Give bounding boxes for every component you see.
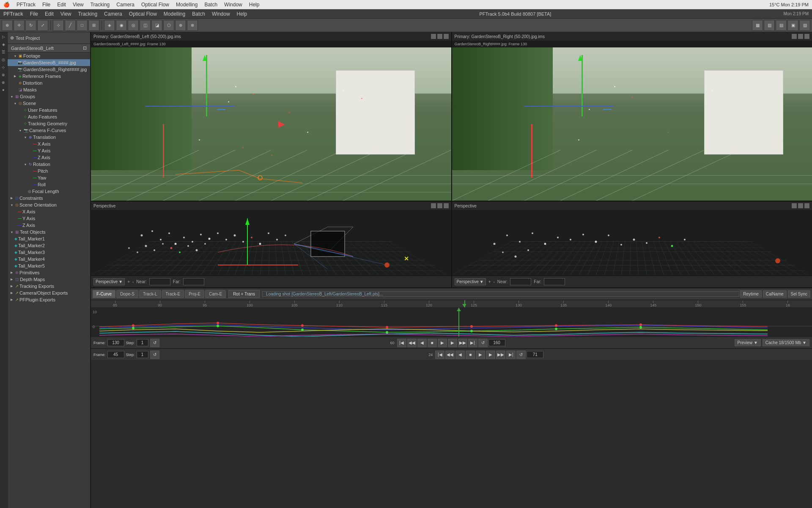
- sidebar-icon-7[interactable]: ⊗: [0, 80, 6, 86]
- sidebar-icon-8[interactable]: ✦: [0, 87, 6, 93]
- tree-item-z-axis[interactable]: — Z Axis: [8, 154, 90, 161]
- step-input-1[interactable]: [137, 339, 148, 346]
- tool-h[interactable]: ⊗: [187, 20, 198, 31]
- view-layout-4[interactable]: ▣: [787, 20, 798, 31]
- tree-item-primitives[interactable]: ⊕ Primitives: [8, 269, 90, 276]
- tool-f[interactable]: ⬡: [163, 20, 174, 31]
- loop-btn-1[interactable]: ↺: [478, 339, 488, 347]
- prev-frame-1[interactable]: ◀◀: [407, 339, 417, 347]
- vp3d-l-max[interactable]: [437, 203, 442, 208]
- tree-item-marker3[interactable]: ◆ Tail_Marker3: [8, 249, 90, 256]
- tool-move[interactable]: ✛: [14, 20, 25, 31]
- menu2-tracking[interactable]: Tracking: [78, 11, 98, 17]
- scene-tree[interactable]: ▣ Footage 📷 GardenStereoB_####.jpg 📷 Gar…: [8, 52, 90, 508]
- vp-tl-maximize[interactable]: [437, 34, 442, 39]
- tree-item-roll[interactable]: — Roll: [8, 181, 90, 188]
- view-layout-1[interactable]: ▦: [752, 20, 763, 31]
- tree-item-x-axis[interactable]: — X Axis: [8, 141, 90, 147]
- view-layout-5[interactable]: ▧: [799, 20, 810, 31]
- tool-mesh[interactable]: ⊞: [88, 20, 99, 31]
- tree-item-rotation[interactable]: ↻ Rotation: [8, 161, 90, 168]
- vp3d-l-plus[interactable]: +: [127, 279, 130, 284]
- tree-item-depth-maps[interactable]: ◫ Depth Maps: [8, 276, 90, 283]
- tree-item-y-axis[interactable]: — Y Axis: [8, 147, 90, 154]
- vp3d-r-near-input[interactable]: [510, 278, 531, 285]
- vp-tr-minimize[interactable]: [792, 34, 797, 39]
- tool-scale[interactable]: ⤢: [37, 20, 48, 31]
- tree-item-constraints[interactable]: ⊡ Constraints: [8, 195, 90, 202]
- end-frame-1[interactable]: [488, 339, 505, 346]
- frame-input-1[interactable]: [107, 339, 124, 346]
- btn-calname[interactable]: CalName: [763, 290, 787, 298]
- vp3d-r-max[interactable]: [798, 203, 803, 208]
- tree-item-user-features[interactable]: ⊹ User Features: [8, 107, 90, 113]
- go-start-1[interactable]: |◀: [397, 339, 406, 347]
- vp-tr-maximize[interactable]: [798, 34, 803, 39]
- tab-fcurve[interactable]: F-Curve: [93, 290, 115, 298]
- tree-item-so-x[interactable]: — X Axis: [8, 208, 90, 215]
- tool-b[interactable]: ◉: [116, 20, 127, 31]
- menu2-help[interactable]: Help: [237, 11, 247, 17]
- tree-item-footage[interactable]: ▣ Footage: [8, 52, 90, 59]
- btn-loop-1[interactable]: ↺: [150, 339, 159, 347]
- vp3d-l-min[interactable]: [431, 203, 436, 208]
- tool-poly[interactable]: □: [77, 20, 88, 31]
- tree-item-focal-length[interactable]: ◎ Focal Length: [8, 188, 90, 195]
- tool-e[interactable]: ◪: [151, 20, 162, 31]
- tool-g[interactable]: ⊕: [175, 20, 186, 31]
- btn-selsync[interactable]: Sel Sync: [788, 290, 810, 298]
- tree-item-masks[interactable]: ◪ Masks: [8, 86, 90, 93]
- preview-dropdown[interactable]: Preview ▼: [735, 339, 761, 346]
- tree-item-so-z[interactable]: — Z Axis: [8, 222, 90, 229]
- menu-edit[interactable]: Edit: [57, 2, 66, 8]
- tool-rotate[interactable]: ↻: [25, 20, 36, 31]
- stop-2[interactable]: ■: [466, 351, 475, 359]
- tree-item-distortion[interactable]: ⊕ Distortion: [8, 80, 90, 86]
- play-1[interactable]: ▶: [438, 339, 447, 347]
- tree-item-camera-exports[interactable]: ↗ Camera/Object Exports: [8, 290, 90, 296]
- vp3d-r-plus[interactable]: +: [488, 279, 491, 284]
- tab-track-e[interactable]: Track-E: [162, 290, 184, 298]
- prev-frame-2[interactable]: ◀◀: [445, 351, 455, 359]
- tree-item-test-objects[interactable]: ▦ Test Objects: [8, 229, 90, 235]
- vp3d-r-min[interactable]: [792, 203, 797, 208]
- vp3d-l-far-input[interactable]: [183, 278, 204, 285]
- tree-item-so-y[interactable]: — Y Axis: [8, 215, 90, 222]
- sidebar-icon-1[interactable]: ▷: [0, 34, 6, 40]
- vp-tl-close[interactable]: [444, 34, 449, 39]
- btn-reytime[interactable]: Reytime: [740, 290, 762, 298]
- tool-points[interactable]: ⊹: [53, 20, 64, 31]
- menu2-camera[interactable]: Camera: [104, 11, 122, 17]
- view-layout-3[interactable]: ▤: [776, 20, 787, 31]
- tree-item-pfplugin-exports[interactable]: ↗ PFPlugin Exports: [8, 296, 90, 303]
- tree-item-groups[interactable]: ▦ Groups: [8, 93, 90, 100]
- menu-modelling[interactable]: Modelling: [176, 2, 198, 8]
- sidebar-icon-5[interactable]: ⊹: [0, 64, 6, 70]
- prev-2[interactable]: ◀: [455, 351, 465, 359]
- viewport-3d-left[interactable]: Perspective: [91, 202, 451, 287]
- tab-proj-e[interactable]: Proj-E: [185, 290, 204, 298]
- vp-tr-close[interactable]: [804, 34, 809, 39]
- menu-window[interactable]: Window: [224, 2, 242, 8]
- tree-item-scene[interactable]: ◎ Scene: [8, 100, 90, 107]
- view-layout-2[interactable]: ▥: [764, 20, 775, 31]
- go-start-2[interactable]: |◀: [435, 351, 444, 359]
- menu2-optical-flow[interactable]: Optical Flow: [129, 11, 157, 17]
- tree-item-marker2[interactable]: ◆ Tail_Marker2: [8, 242, 90, 249]
- menu-camera[interactable]: Camera: [116, 2, 134, 8]
- menu-tracking[interactable]: Tracking: [91, 2, 110, 8]
- vp3d-l-minus[interactable]: -: [132, 279, 134, 284]
- viewport-top-left[interactable]: Primary: GardenStereoB_Left (50-200).jpg…: [91, 32, 451, 201]
- tree-item-marker5[interactable]: ◆ Tail_Marker5: [8, 262, 90, 269]
- menu2-file[interactable]: File: [30, 11, 38, 17]
- btn-loop-2[interactable]: ↺: [150, 351, 159, 359]
- tree-item-pitch[interactable]: — Pitch: [8, 168, 90, 174]
- timeline-graph[interactable]: 10 0 -5: [91, 308, 812, 337]
- tool-select[interactable]: ⊕: [2, 20, 13, 31]
- tool-d[interactable]: ◫: [140, 20, 151, 31]
- menu-view[interactable]: View: [73, 2, 84, 8]
- next-frame-1[interactable]: ▶▶: [458, 339, 467, 347]
- menu-file[interactable]: File: [42, 2, 50, 8]
- vp3d-r-far-input[interactable]: [544, 278, 565, 285]
- sidebar-icon-6[interactable]: ⊕: [0, 72, 6, 78]
